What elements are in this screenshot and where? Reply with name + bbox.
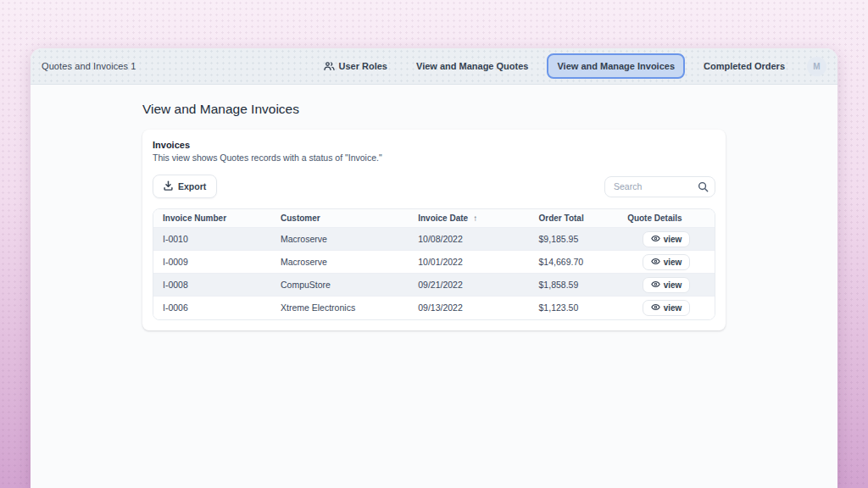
- card-subtitle: This view shows Quotes records with a st…: [153, 152, 715, 163]
- eye-icon: [651, 235, 660, 244]
- app-title: Quotes and Invoices 1: [42, 61, 136, 71]
- cell-customer: Xtreme Electronics: [271, 297, 409, 319]
- nav-label-view-manage-quotes: View and Manage Quotes: [416, 61, 528, 71]
- table-row: I-0009 Macroserve 10/01/2022 $14,669.70 …: [153, 251, 715, 274]
- cell-customer: Macroserve: [271, 251, 409, 274]
- column-header-invoice-date[interactable]: Invoice Date↑: [409, 209, 529, 228]
- nav-completed-orders[interactable]: Completed Orders: [693, 53, 795, 79]
- view-button[interactable]: view: [643, 254, 691, 270]
- eye-icon: [651, 258, 660, 267]
- user-avatar[interactable]: M: [807, 57, 826, 76]
- nav-label-user-roles: User Roles: [339, 61, 387, 71]
- download-icon: [164, 180, 173, 192]
- cell-quote-details: view: [618, 297, 715, 319]
- export-button-label: Export: [178, 181, 206, 191]
- view-button[interactable]: view: [643, 231, 691, 247]
- view-button[interactable]: view: [643, 300, 691, 316]
- table-row: I-0010 Macroserve 10/08/2022 $9,185.95 v…: [153, 228, 715, 251]
- search-container: [604, 176, 715, 197]
- cell-quote-details: view: [618, 228, 715, 251]
- table-row: I-0008 CompuStore 09/21/2022 $1,858.59 v…: [153, 274, 715, 297]
- topbar: Quotes and Invoices 1 User Roles View an…: [31, 48, 837, 85]
- table-row: I-0006 Xtreme Electronics 09/13/2022 $1,…: [153, 297, 715, 319]
- nav-label-completed-orders: Completed Orders: [704, 61, 785, 71]
- nav-user-roles[interactable]: User Roles: [314, 53, 398, 79]
- column-header-customer[interactable]: Customer: [271, 209, 409, 228]
- users-icon: [324, 61, 335, 71]
- view-button-label: view: [664, 303, 682, 313]
- invoices-card: Invoices This view shows Quotes records …: [142, 130, 726, 330]
- invoices-table-container: Invoice Number Customer Invoice Date↑ Or…: [153, 208, 715, 320]
- app-window: Quotes and Invoices 1 User Roles View an…: [31, 48, 837, 488]
- cell-invoice-number: I-0006: [153, 297, 271, 319]
- search-input[interactable]: [604, 176, 715, 197]
- cell-invoice-number: I-0008: [153, 274, 271, 297]
- view-button-label: view: [664, 258, 682, 267]
- view-button[interactable]: view: [643, 277, 691, 293]
- card-toolbar: Export: [153, 175, 715, 198]
- card-title: Invoices: [153, 140, 715, 150]
- cell-invoice-date: 09/13/2022: [409, 297, 529, 319]
- column-header-quote-details[interactable]: Quote Details: [618, 209, 715, 228]
- cell-order-total: $14,669.70: [530, 251, 619, 274]
- view-button-label: view: [664, 235, 682, 244]
- nav-label-view-manage-invoices: View and Manage Invoices: [557, 61, 675, 71]
- eye-icon: [651, 303, 660, 313]
- main-content: View and Manage Invoices Invoices This v…: [31, 85, 837, 330]
- cell-invoice-date: 09/21/2022: [409, 274, 529, 297]
- invoices-table: Invoice Number Customer Invoice Date↑ Or…: [153, 209, 715, 319]
- page-title: View and Manage Invoices: [142, 102, 837, 117]
- cell-invoice-number: I-0010: [153, 228, 271, 251]
- cell-invoice-date: 10/01/2022: [409, 251, 529, 274]
- cell-customer: Macroserve: [271, 228, 409, 251]
- sort-ascending-icon[interactable]: ↑: [473, 214, 477, 223]
- column-header-order-total[interactable]: Order Total: [530, 209, 619, 228]
- cell-invoice-date: 10/08/2022: [409, 228, 529, 251]
- cell-order-total: $9,185.95: [530, 228, 619, 251]
- cell-quote-details: view: [618, 251, 715, 274]
- table-header-row: Invoice Number Customer Invoice Date↑ Or…: [153, 209, 715, 228]
- eye-icon: [651, 280, 660, 290]
- cell-order-total: $1,858.59: [530, 274, 619, 297]
- export-button[interactable]: Export: [153, 175, 217, 198]
- column-header-invoice-number[interactable]: Invoice Number: [153, 209, 271, 228]
- cell-invoice-number: I-0009: [153, 251, 271, 274]
- nav-view-manage-invoices[interactable]: View and Manage Invoices: [547, 53, 685, 79]
- topbar-nav: User Roles View and Manage Quotes View a…: [314, 53, 826, 79]
- cell-order-total: $1,123.50: [530, 297, 619, 319]
- view-button-label: view: [664, 280, 682, 290]
- cell-customer: CompuStore: [271, 274, 409, 297]
- cell-quote-details: view: [618, 274, 715, 297]
- nav-view-manage-quotes[interactable]: View and Manage Quotes: [406, 53, 538, 79]
